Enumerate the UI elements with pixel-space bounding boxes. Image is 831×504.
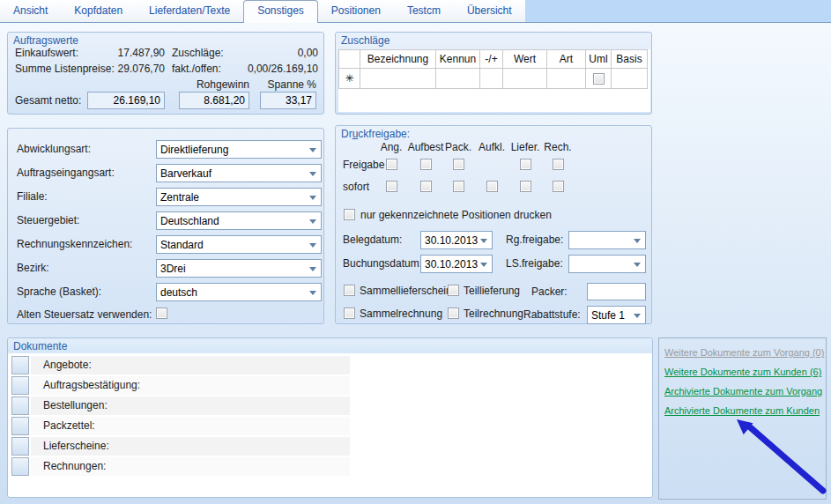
col-bezeichnung[interactable]: Bezeichnung bbox=[360, 50, 436, 69]
auftragsbestaetigung-button[interactable] bbox=[11, 376, 29, 395]
filiale-select[interactable]: Zentrale bbox=[156, 188, 322, 206]
freigabe-aufbest-checkbox[interactable] bbox=[420, 159, 432, 170]
rabattstufe-select[interactable]: Stufe 1 bbox=[587, 306, 646, 324]
freigabe-ang-checkbox[interactable] bbox=[386, 159, 397, 170]
rechnungskennzeichen-select[interactable]: Standard bbox=[156, 235, 322, 254]
tab-strip: Ansicht Kopfdaten Lieferdaten/Texte Sons… bbox=[0, 0, 831, 23]
sofort-row-label: sofort bbox=[343, 181, 369, 193]
tab-kopfdaten[interactable]: Kopfdaten bbox=[61, 0, 136, 22]
belegdatum-label: Belegdatum: bbox=[343, 233, 402, 246]
ls-freigabe-select[interactable] bbox=[568, 255, 646, 273]
spanne-field: 33,17 bbox=[260, 92, 316, 109]
new-row[interactable]: ✳ bbox=[339, 69, 648, 89]
chevron-down-icon bbox=[634, 263, 641, 267]
listenpreise-value: 29.076,70 bbox=[85, 63, 165, 75]
sprache-basket-select[interactable]: deutsch bbox=[156, 283, 322, 301]
auftragswerte-panel: Auftragswerte Einkaufswert: 17.487,90 Zu… bbox=[7, 32, 324, 115]
abwicklungsart-select[interactable]: Direktlieferung bbox=[156, 140, 322, 159]
tab-uebersicht[interactable]: Übersicht bbox=[454, 0, 525, 22]
sofort-rech-checkbox[interactable] bbox=[553, 181, 564, 192]
packer-input[interactable] bbox=[587, 283, 646, 300]
sprache-basket-value: deutsch bbox=[160, 286, 197, 299]
dokumente-header bbox=[8, 338, 652, 353]
col-kennun[interactable]: Kennun bbox=[436, 50, 480, 69]
alter-steuersatz-checkbox[interactable] bbox=[156, 308, 167, 319]
freigabe-pack-checkbox[interactable] bbox=[453, 159, 464, 170]
chevron-down-icon bbox=[480, 263, 487, 267]
zuschlaege-label: Zuschläge: bbox=[172, 47, 224, 59]
teillieferung-checkbox[interactable] bbox=[448, 285, 459, 296]
angebote-button[interactable] bbox=[11, 356, 29, 374]
sofort-aufbest-checkbox[interactable] bbox=[420, 181, 432, 192]
auftragsbestaetigung-row: Auftragsbestätigung: bbox=[31, 376, 350, 395]
auftragseingangsart-select[interactable]: Barverkauf bbox=[156, 164, 322, 182]
sofort-ang-checkbox[interactable] bbox=[386, 181, 397, 192]
belegdatum-datepicker[interactable]: 30.10.2013 bbox=[420, 231, 493, 249]
steuergebiet-value: Deutschland bbox=[160, 215, 219, 227]
cell-bezeichnung[interactable] bbox=[360, 69, 436, 89]
col-plusminus[interactable]: -/+ bbox=[480, 50, 503, 69]
tab-group: Ansicht Kopfdaten Lieferdaten/Texte Sons… bbox=[0, 0, 525, 22]
zuschlaege-value: 0,00 bbox=[226, 47, 318, 59]
cell-wert[interactable] bbox=[503, 69, 547, 89]
packzettel-row: Packzettel: bbox=[31, 417, 350, 435]
buchungsdatum-datepicker[interactable]: 30.10.2013 bbox=[420, 255, 493, 273]
auftragswerte-title: Auftragswerte bbox=[13, 34, 78, 47]
teilrechnung-checkbox[interactable] bbox=[448, 308, 459, 319]
auftragseingangsart-label: Auftragseingangsart: bbox=[17, 167, 115, 179]
cell-basis[interactable] bbox=[612, 69, 648, 89]
tab-positionen[interactable]: Positionen bbox=[318, 0, 394, 22]
bezirk-select[interactable]: 3Drei bbox=[156, 259, 322, 278]
tab-sonstiges[interactable]: Sonstiges bbox=[243, 0, 318, 23]
sofort-aufkl-checkbox[interactable] bbox=[486, 181, 498, 192]
link-archivierte-dokumente-vorgang[interactable]: Archivierte Dokumente zum Vorgang bbox=[664, 386, 822, 397]
chevron-down-icon bbox=[309, 196, 316, 200]
link-archivierte-dokumente-kunden[interactable]: Archivierte Dokumente zum Kunden bbox=[664, 405, 820, 416]
cell-plusminus[interactable] bbox=[480, 69, 503, 89]
gesamt-netto-field: 26.169,10 bbox=[87, 92, 165, 109]
packzettel-button[interactable] bbox=[11, 417, 29, 435]
chevron-down-icon bbox=[309, 291, 316, 295]
rechnungskennzeichen-value: Standard bbox=[160, 239, 204, 251]
tab-ansicht[interactable]: Ansicht bbox=[0, 0, 61, 22]
chevron-down-icon bbox=[634, 314, 641, 318]
sammellieferschein-checkbox[interactable] bbox=[344, 285, 355, 296]
col-uml[interactable]: Uml bbox=[586, 50, 612, 69]
chevron-down-icon bbox=[309, 148, 316, 152]
freigabe-rech-checkbox[interactable] bbox=[553, 159, 564, 170]
col-ang-label: Ang. bbox=[381, 141, 403, 153]
buchungsdatum-label: Buchungsdatum: bbox=[343, 257, 422, 270]
link-weitere-dokumente-kunden[interactable]: Weitere Dokumente zum Kunden (6) bbox=[664, 367, 821, 377]
cell-art[interactable] bbox=[547, 69, 586, 89]
druckfreigabe-title: Druckfreigabe: bbox=[341, 128, 410, 140]
col-basis[interactable]: Basis bbox=[612, 50, 648, 69]
angebote-row: Angebote: bbox=[31, 356, 350, 374]
rg-freigabe-select[interactable] bbox=[568, 231, 646, 249]
steuergebiet-select[interactable]: Deutschland bbox=[156, 211, 322, 230]
sofort-liefer-checkbox[interactable] bbox=[520, 181, 531, 192]
col-wert[interactable]: Wert bbox=[503, 50, 547, 69]
col-art[interactable]: Art bbox=[547, 50, 586, 69]
sammellieferschein-label: Sammellieferschein bbox=[360, 285, 452, 297]
freigabe-liefer-checkbox[interactable] bbox=[520, 159, 531, 170]
cell-uml[interactable] bbox=[586, 69, 612, 89]
cell-kennun[interactable] bbox=[436, 69, 480, 89]
bestellungen-button[interactable] bbox=[11, 397, 29, 415]
lieferscheine-button[interactable] bbox=[11, 437, 29, 456]
rabattstufe-label: Rabattstufe: bbox=[523, 308, 581, 321]
uml-checkbox[interactable] bbox=[593, 73, 605, 85]
zuschlaege-title: Zuschläge bbox=[341, 34, 390, 47]
rechnungen-row: Rechnungen: bbox=[31, 457, 350, 476]
chevron-down-icon bbox=[480, 239, 487, 243]
einkaufswert-value: 17.487,90 bbox=[85, 47, 165, 59]
rechnungen-button[interactable] bbox=[11, 457, 29, 476]
abwicklungsart-value: Direktlieferung bbox=[160, 144, 228, 156]
filiale-value: Zentrale bbox=[160, 191, 199, 204]
sofort-pack-checkbox[interactable] bbox=[453, 181, 464, 192]
sammelrechnung-checkbox[interactable] bbox=[344, 308, 355, 319]
nur-gekennzeichnete-checkbox[interactable] bbox=[344, 209, 355, 220]
tab-lieferdaten-texte[interactable]: Lieferdaten/Texte bbox=[136, 0, 243, 22]
tab-testcm[interactable]: Testcm bbox=[394, 0, 454, 22]
teilrechnung-label: Teilrechnung bbox=[464, 308, 523, 320]
buchungsdatum-value: 30.10.2013 bbox=[425, 258, 478, 271]
